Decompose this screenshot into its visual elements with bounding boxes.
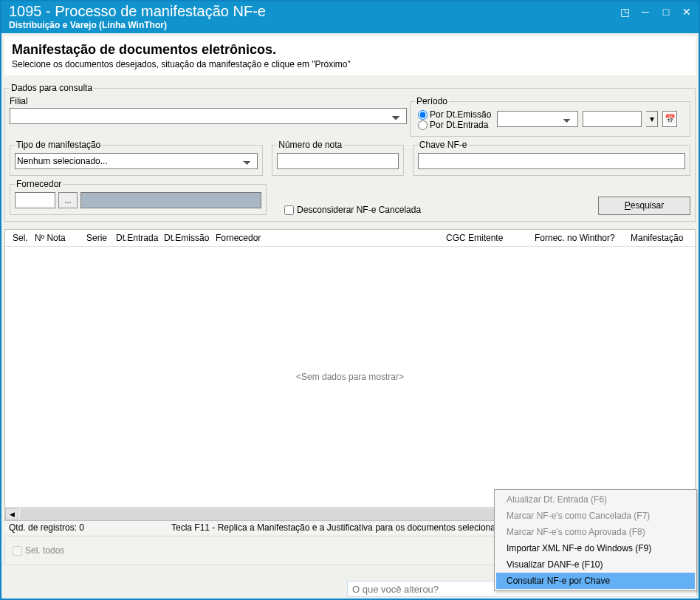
periodo-group: Período Por Dt.Emissão Por Dt.Entrada ▾ … (410, 96, 690, 137)
col-nonota[interactable]: Nº Nota (32, 233, 83, 243)
scroll-left-arrow[interactable]: ◀ (5, 508, 18, 520)
menu-marcar-cancelada[interactable]: Marcar NF-e's como Cancelada (F7) (496, 508, 695, 524)
col-sel[interactable]: Sel. (10, 233, 32, 243)
chave-nfe-group: Chave NF-e (413, 140, 690, 176)
results-table: Sel. Nº Nota Serie Dt.Entrada Dt.Emissão… (4, 229, 696, 521)
window-minimize-icon[interactable]: ─ (638, 4, 653, 19)
app-window: 1095 - Processo de manifestação NF-e Dis… (0, 0, 700, 600)
pesquisar-button[interactable]: Pesquisar (598, 197, 690, 215)
qtd-registros: Qtd. de registros: 0 (9, 522, 157, 533)
radio-por-dt-emissao[interactable]: Por Dt.Emissão (418, 109, 491, 120)
menu-marcar-aprovada[interactable]: Marcar NF-e's como Aprovada (F8) (496, 524, 695, 540)
menu-consultar-chave[interactable]: Consultar NF-e por Chave (496, 573, 695, 589)
periodo-legend: Período (415, 96, 449, 106)
window-close-icon[interactable]: ✕ (679, 4, 694, 19)
dados-legend: Dados para consulta (10, 83, 94, 93)
window-maximize-icon[interactable]: □ (659, 4, 673, 19)
window-controls: ◳ ─ □ ✕ (617, 4, 694, 19)
filial-select[interactable] (10, 108, 407, 124)
numero-nota-input[interactable] (277, 153, 399, 169)
date-from-select[interactable] (497, 111, 578, 127)
fornecedor-label: Fornecedor (15, 179, 63, 189)
col-dtemissao[interactable]: Dt.Emissão (161, 233, 213, 243)
window-detach-icon[interactable]: ◳ (617, 4, 632, 19)
filial-label: Filial (10, 96, 407, 106)
date-to-input[interactable] (583, 111, 642, 127)
table-header-row: Sel. Nº Nota Serie Dt.Entrada Dt.Emissão… (5, 230, 695, 247)
col-dtentrada[interactable]: Dt.Entrada (113, 233, 161, 243)
window-subtitle: Distribuição e Varejo (Linha WinThor) (9, 20, 691, 30)
fornecedor-group: Fornecedor ... (10, 179, 267, 215)
window-title: 1095 - Processo de manifestação NF-e (9, 3, 691, 20)
opcoes-context-menu: Atualizar Dt. Entrada (F6) Marcar NF-e's… (494, 489, 697, 591)
tipo-manifestacao-group: Tipo de manifestação Nenhum selecionado.… (10, 140, 263, 176)
radio-por-dt-entrada[interactable]: Por Dt.Entrada (418, 120, 491, 130)
sel-todos-checkbox[interactable] (13, 546, 22, 556)
numero-nota-group: Número de nota (272, 140, 404, 176)
tipo-label: Tipo de manifestação (15, 140, 102, 150)
menu-importar-xml[interactable]: Importar XML NF-e do Windows (F9) (496, 540, 695, 556)
fornecedor-lookup-button[interactable]: ... (58, 192, 78, 208)
numnota-label: Número de nota (277, 140, 343, 150)
col-manifestacao[interactable]: Manifestação (628, 233, 690, 243)
desconsiderar-cancelada-checkbox[interactable] (284, 205, 294, 215)
col-fornec-winthor[interactable]: Fornec. no Winthor? (532, 233, 628, 243)
fornecedor-code-input[interactable] (15, 192, 55, 208)
table-empty-message: <Sem dados para mostrar> (5, 247, 695, 507)
dados-para-consulta-group: Dados para consulta Filial Período Por D… (4, 83, 696, 222)
menu-atualizar-entrada[interactable]: Atualizar Dt. Entrada (F6) (496, 491, 695, 508)
col-cgc[interactable]: CGC Emitente (443, 233, 532, 243)
chave-nfe-input[interactable] (418, 153, 685, 169)
page-instruction: Selecione os documentos desejados, situa… (12, 59, 688, 69)
desconsiderar-label: Desconsiderar NF-e Cancelada (297, 205, 421, 215)
date-to-dropdown[interactable]: ▾ (646, 111, 658, 127)
tipo-manifestacao-select[interactable]: Nenhum selecionado... (15, 153, 258, 169)
fornecedor-name-display (80, 192, 261, 208)
title-bar: 1095 - Processo de manifestação NF-e Dis… (1, 1, 699, 33)
page-title: Manifestação de documentos eletrônicos. (12, 42, 688, 58)
sel-todos-label: Sel. todos (25, 545, 64, 556)
radio-emissao-input[interactable] (418, 110, 428, 120)
radio-entrada-input[interactable] (418, 120, 428, 130)
chave-label: Chave NF-e (418, 140, 469, 150)
calendar-icon[interactable]: 📅 (662, 111, 677, 127)
menu-visualizar-danfe[interactable]: Visualizar DANF-e (F10) (496, 556, 695, 573)
col-serie[interactable]: Serie (83, 233, 113, 243)
page-heading: Manifestação de documentos eletrônicos. … (4, 36, 696, 75)
col-fornecedor[interactable]: Fornecedor (213, 233, 443, 243)
